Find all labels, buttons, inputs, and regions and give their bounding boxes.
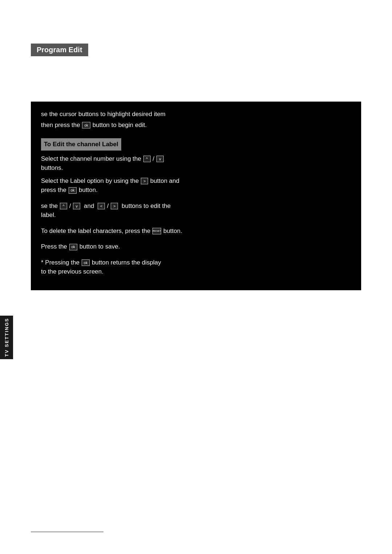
program-edit-title: Program Edit bbox=[37, 46, 82, 54]
section-heading-text: To Edit the channel Label bbox=[44, 141, 118, 148]
intro-line2-prefix: then press the bbox=[41, 122, 80, 128]
program-edit-header: Program Edit bbox=[31, 44, 88, 56]
para6-line1: * Pressing the ok button returns the dis… bbox=[41, 258, 351, 267]
para-return-display: * Pressing the ok button returns the dis… bbox=[41, 258, 351, 276]
intro-paragraph: se the cursor buttons to highlight desir… bbox=[41, 110, 351, 130]
ok-button-3: ok bbox=[69, 244, 78, 250]
up-button-1: ^ bbox=[143, 156, 151, 162]
up-button-2: ^ bbox=[60, 203, 67, 209]
para2-line2-suffix: button. bbox=[79, 186, 98, 193]
right-button-2: > bbox=[111, 203, 118, 209]
reset-button: RESET bbox=[152, 228, 161, 234]
para6-line2: to the previous screen. bbox=[41, 267, 351, 276]
para6-suffix: button returns the display bbox=[92, 259, 161, 266]
para-save: Press the ok button to save. bbox=[41, 242, 351, 251]
para3-mid: and bbox=[84, 202, 94, 209]
para-edit-label: se the ^ / v and < / > buttons to edit t… bbox=[41, 201, 351, 220]
para3-line1: se the ^ / v and < / > buttons to edit t… bbox=[41, 201, 351, 211]
para-channel-number: Select the channel number using the ^ / … bbox=[41, 154, 351, 173]
para2-line2-prefix: press the bbox=[41, 186, 66, 193]
para3-suffix: buttons to edit the bbox=[122, 202, 171, 209]
para-delete-chars: To delete the label characters, press th… bbox=[41, 226, 351, 236]
para1-line2: buttons. bbox=[41, 163, 351, 173]
ok-button-2: ok bbox=[69, 187, 77, 194]
para2-line1: Select the Label option by using the > b… bbox=[41, 176, 351, 186]
section-heading-block: To Edit the channel Label bbox=[41, 138, 121, 151]
para2-suffix: button and bbox=[150, 177, 179, 184]
para-label-option: Select the Label option by using the > b… bbox=[41, 176, 351, 195]
para4-prefix: To delete the label characters, press th… bbox=[41, 227, 150, 234]
para2-line2: press the ok button. bbox=[41, 185, 351, 195]
para6-prefix: * Pressing the bbox=[41, 259, 79, 266]
para3-prefix: se the bbox=[41, 202, 58, 209]
main-content-box: se the cursor buttons to highlight desir… bbox=[31, 102, 361, 290]
para3-line2: label. bbox=[41, 210, 351, 220]
intro-line1: se the cursor buttons to highlight desir… bbox=[41, 110, 351, 119]
bottom-line bbox=[31, 532, 103, 532]
intro-line2: then press the ok button to begin edit. bbox=[41, 120, 351, 130]
down-button-2: v bbox=[73, 203, 80, 209]
page-container: Program Edit se the cursor buttons to hi… bbox=[0, 0, 392, 554]
para1-prefix: Select the channel number using the bbox=[41, 155, 141, 162]
para2-prefix: Select the Label option by using the bbox=[41, 177, 139, 184]
para1-line1: Select the channel number using the ^ / … bbox=[41, 154, 351, 164]
ok-button-4: ok bbox=[82, 259, 90, 266]
side-tab: TV SETTINGS bbox=[0, 316, 13, 359]
intro-line2-suffix: button to begin edit. bbox=[93, 122, 147, 128]
para4-suffix: button. bbox=[163, 227, 182, 234]
para5-prefix: Press the bbox=[41, 243, 67, 250]
right-button-1: > bbox=[141, 178, 148, 184]
down-button-1: v bbox=[156, 156, 164, 162]
side-tab-label: TV SETTINGS bbox=[4, 318, 9, 357]
para5-suffix: button to save. bbox=[79, 243, 120, 250]
left-button-1: < bbox=[98, 203, 105, 209]
ok-button-intro: ok bbox=[82, 122, 90, 128]
